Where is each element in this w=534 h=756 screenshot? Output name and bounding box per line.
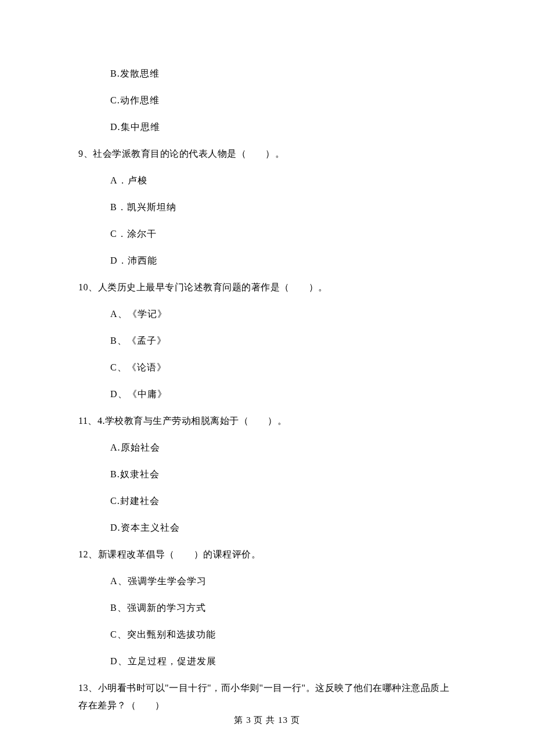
q11-option-b: B.奴隶社会 [78, 467, 456, 481]
q9-option-b: B．凯兴斯坦纳 [78, 200, 456, 214]
q9-option-d: D．沛西能 [78, 254, 456, 268]
q10-option-c: C、《论语》 [78, 361, 456, 375]
q12-option-d: D、立足过程，促进发展 [78, 654, 456, 668]
q10-option-d: D、《中庸》 [78, 387, 456, 401]
q12-option-a: A、强调学生学会学习 [78, 574, 456, 588]
q10-option-a: A、《学记》 [78, 307, 456, 321]
q11-option-c: C.封建社会 [78, 494, 456, 508]
q8-option-c: C.动作思维 [78, 93, 456, 107]
q12-option-b: B、强调新的学习方式 [78, 601, 456, 615]
q12-option-c: C、突出甄别和选拔功能 [78, 628, 456, 642]
page-footer: 第 3 页 共 13 页 [0, 715, 534, 726]
q8-option-d: D.集中思维 [78, 120, 456, 134]
q9-option-a: A．卢梭 [78, 174, 456, 188]
q12-text: 12、新课程改革倡导（ ）的课程评价。 [78, 548, 456, 561]
q9-option-c: C．涂尔干 [78, 227, 456, 241]
q13-text-line2: 存在差异？（ ） [78, 699, 456, 712]
q11-option-d: D.资本主义社会 [78, 521, 456, 535]
q10-option-b: B、《孟子》 [78, 334, 456, 348]
q8-option-b: B.发散思维 [78, 67, 456, 81]
q13-text-line1: 13、小明看书时可以"一目十行"，而小华则"一目一行"。这反映了他们在哪种注意品… [78, 681, 456, 695]
q10-text: 10、人类历史上最早专门论述教育问题的著作是（ ）。 [78, 280, 456, 294]
page-content: B.发散思维 C.动作思维 D.集中思维 9、社会学派教育目的论的代表人物是（ … [0, 0, 534, 712]
q9-text: 9、社会学派教育目的论的代表人物是（ ）。 [78, 147, 456, 161]
q11-text: 11、4.学校教育与生产劳动相脱离始于（ ）。 [78, 414, 456, 428]
q11-option-a: A.原始社会 [78, 441, 456, 455]
